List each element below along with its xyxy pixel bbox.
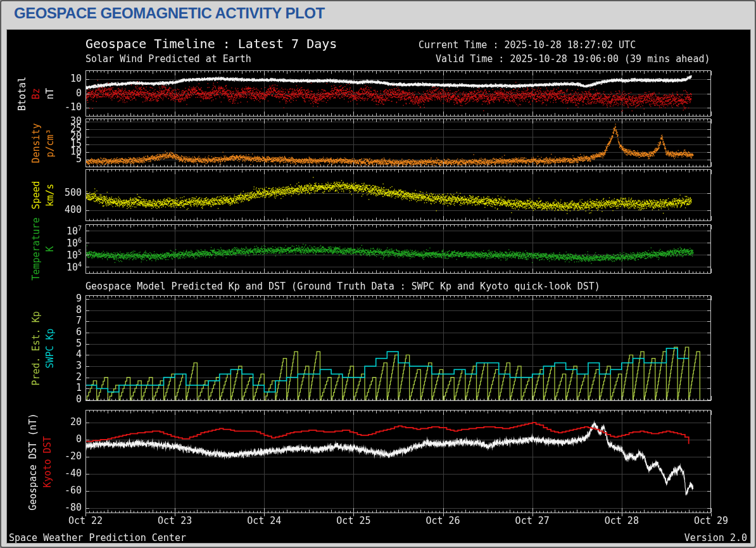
y-tick-label: -10 [50,103,82,112]
kp-index-axis-label: SWPC Kp [46,328,55,368]
y-tick-label: 7 [50,316,82,326]
dst-index-axis-label: Geospace DST (nT) [28,413,38,511]
solar-wind-density-axis-label: p/cm³ [46,129,55,157]
y-tick-label: 0 [50,395,82,404]
y-tick-label: -80 [50,503,82,513]
y-tick-label: 2 [50,373,82,382]
x-tick-label: Oct 23 [158,516,192,526]
y-tick-label: -20 [50,452,82,461]
solar-wind-magnetic-field-axis-label: nT [46,87,55,99]
footer-left: Space Weather Prediction Center [9,533,186,543]
solar-wind-density-axis-label: Density [32,123,41,163]
y-tick-label: 20 [50,417,82,427]
y-tick-label: 107 [50,226,82,236]
solar-wind-temperature-axis-label: K [46,246,55,252]
plot-title: Geospace Timeline : Latest 7 Days [85,37,337,50]
x-tick-label: Oct 26 [425,516,460,526]
dst-index-axis-label: Kyoto DST [43,436,53,487]
kp-index-axis-label: Pred. Est. Kp [32,311,41,385]
geospace-plot-canvas [1,1,756,548]
footer-right: Version 2.0 [684,533,747,543]
solar-wind-speed-axis-label: Speed [32,181,41,209]
y-tick-label: -40 [50,469,82,478]
solar-wind-subtitle: Solar Wind Predicted at Earth [85,54,251,64]
x-tick-label: Oct 29 [694,516,728,526]
solar-wind-temperature-axis-label: Temperature [32,217,41,280]
x-tick-label: Oct 22 [68,516,103,526]
valid-time-text: Valid Time : 2025-10-28 19:06:00 (39 min… [436,54,710,64]
solar-wind-speed-axis-label: km/s [46,184,55,207]
solar-wind-magnetic-field-axis-label: Btotal [18,76,27,110]
x-tick-label: Oct 24 [247,516,281,526]
x-tick-label: Oct 28 [605,516,639,526]
current-time-text: Current Time : 2025-10-28 18:27:02 UTC [419,41,636,50]
solar-wind-magnetic-field-axis-label: Bz [32,87,41,99]
y-tick-label: 1 [50,383,82,393]
y-tick-label: 8 [50,305,82,315]
page: GEOSPACE GEOMAGNETIC ACTIVITY PLOT Geosp… [0,0,756,548]
y-tick-label: 9 [50,294,82,303]
kp-dst-section-title: Geospace Model Predicted Kp and DST (Gro… [85,282,600,291]
y-tick-label: 0 [50,435,82,444]
y-tick-label: 400 [50,205,82,215]
x-tick-label: Oct 27 [515,516,550,526]
y-tick-label: 104 [50,262,82,272]
x-tick-label: Oct 25 [336,516,370,526]
y-tick-label: 10 [50,74,82,84]
y-tick-label: -60 [50,486,82,495]
